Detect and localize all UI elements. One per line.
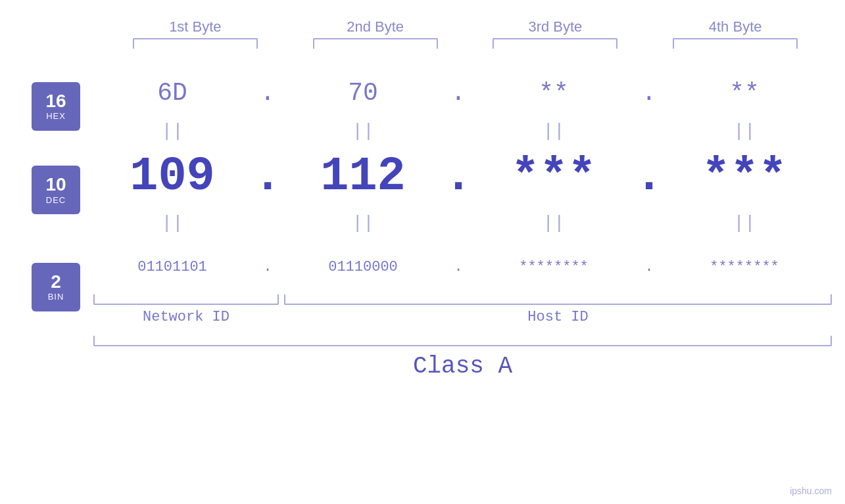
hex-byte1: 6D [93, 79, 251, 107]
hex-label: HEX [46, 111, 66, 121]
dec-row: 109 . 112 . *** . *** [93, 144, 832, 210]
sep1-b1: || [93, 121, 251, 141]
full-bracket-container [93, 336, 832, 346]
dec-dot2: . [442, 150, 475, 204]
byte2-header: 2nd Byte [313, 18, 438, 35]
dec-dot1: . [251, 150, 284, 204]
hex-badge: 16 HEX [32, 82, 80, 131]
bracket-byte1 [133, 38, 258, 49]
dec-number: 10 [45, 175, 66, 195]
hex-row: 6D . 70 . ** . ** [93, 68, 832, 118]
sep2-b1: || [93, 213, 251, 233]
bin-byte4: ******** [665, 259, 823, 275]
dec-byte1: 109 [93, 150, 251, 204]
hex-dot1: . [251, 79, 284, 107]
hex-number: 16 [45, 91, 66, 112]
bin-dot2: . [442, 259, 475, 275]
byte4-header: 4th Byte [673, 18, 798, 35]
sep-row-2: || || || || [93, 210, 832, 236]
network-bracket [93, 294, 279, 305]
bin-byte2: 01110000 [284, 259, 442, 275]
dec-byte3: *** [475, 150, 633, 204]
network-id-label: Network ID [93, 309, 279, 325]
bottom-brackets [93, 294, 832, 305]
bin-label: BIN [48, 292, 64, 302]
bin-byte1: 01101101 [93, 259, 251, 275]
byte1-header: 1st Byte [133, 18, 258, 35]
hex-dot3: . [633, 79, 665, 107]
hex-byte3: ** [475, 79, 633, 107]
bin-dot1: . [251, 259, 284, 275]
bin-number: 2 [51, 272, 61, 292]
bin-badge: 2 BIN [32, 263, 80, 311]
sep1-b2: || [284, 121, 442, 141]
watermark: ipshu.com [790, 486, 832, 496]
labels-column: 16 HEX 10 DEC 2 BIN [0, 55, 80, 311]
bracket-byte2 [313, 38, 438, 49]
sep2-b2: || [284, 213, 442, 233]
content-area: 16 HEX 10 DEC 2 BIN [0, 55, 845, 504]
hex-dot2: . [442, 79, 475, 107]
values-area: 6D . 70 . ** . ** [80, 55, 845, 380]
bin-byte3: ******** [475, 259, 633, 275]
sep-row-1: || || || || [93, 118, 832, 144]
top-brackets [0, 38, 845, 49]
sep1-b4: || [665, 121, 823, 141]
sep1-b3: || [475, 121, 633, 141]
bracket-byte4 [673, 38, 798, 49]
dec-byte2: 112 [284, 150, 442, 204]
hex-byte4: ** [665, 79, 823, 107]
sep2-b3: || [475, 213, 633, 233]
full-bracket [93, 336, 832, 346]
bracket-byte3 [493, 38, 617, 49]
byte-headers: 1st Byte 2nd Byte 3rd Byte 4th Byte [0, 0, 845, 35]
dec-label: DEC [46, 195, 66, 205]
host-id-label: Host ID [284, 309, 832, 325]
byte3-header: 3rd Byte [493, 18, 617, 35]
host-bracket [284, 294, 832, 305]
bottom-labels: Network ID Host ID [93, 309, 832, 325]
dec-badge: 10 DEC [32, 166, 80, 214]
main-container: 1st Byte 2nd Byte 3rd Byte 4th Byte 16 H… [0, 0, 845, 504]
class-label: Class A [93, 353, 832, 380]
dec-dot3: . [633, 150, 665, 204]
sep2-b4: || [665, 213, 823, 233]
hex-byte2: 70 [284, 79, 442, 107]
bin-row: 01101101 . 01110000 . ******** . [93, 242, 832, 292]
dec-byte4: *** [665, 150, 823, 204]
bin-dot3: . [633, 259, 665, 275]
